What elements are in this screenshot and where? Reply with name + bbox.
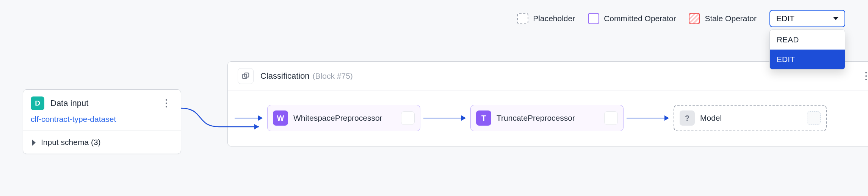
mode-option-edit[interactable]: EDIT	[770, 50, 845, 69]
node-truncate-preprocessor[interactable]: T TruncatePreprocessor	[470, 105, 624, 131]
legend-placeholder-label: Placeholder	[533, 14, 575, 23]
caret-down-icon	[833, 17, 838, 20]
data-input-icon: D	[31, 96, 44, 110]
data-input-dataset-link[interactable]: clf-contract-type-dataset	[31, 115, 116, 123]
block-menu-button[interactable]	[859, 69, 868, 83]
mode-dropdown-selected: EDIT	[776, 14, 794, 23]
data-input-card: D Data input clf-contract-type-dataset I…	[23, 89, 181, 154]
legend-committed-label: Committed Operator	[604, 14, 676, 23]
placeholder-swatch-icon	[517, 13, 528, 24]
arrow-head-icon	[461, 115, 466, 121]
node-icon: W	[273, 110, 288, 126]
stale-swatch-icon	[689, 13, 700, 24]
legend-committed: Committed Operator	[588, 13, 676, 24]
node-label: TruncatePreprocessor	[497, 114, 599, 123]
data-input-dataset[interactable]: clf-contract-type-dataset	[23, 113, 181, 131]
node-whitespace-preprocessor[interactable]: W WhitespacePreprocessor	[267, 105, 420, 131]
block-type-icon	[238, 68, 254, 84]
data-input-title: Data input	[50, 98, 160, 108]
arrow-head-icon	[664, 115, 669, 121]
data-input-schema-label: Input schema (3)	[41, 138, 101, 147]
arrow-head-icon	[258, 115, 263, 121]
legend-stale-label: Stale Operator	[705, 14, 757, 23]
committed-swatch-icon	[588, 13, 599, 24]
mode-dropdown-menu: READ EDIT	[769, 30, 845, 70]
mode-dropdown-trigger[interactable]: EDIT	[769, 10, 845, 27]
node-menu-button[interactable]	[807, 111, 821, 125]
data-input-schema-toggle[interactable]: Input schema (3)	[23, 131, 181, 154]
data-input-header: D Data input	[23, 90, 181, 113]
node-icon: ?	[680, 110, 695, 126]
node-model-placeholder[interactable]: ? Model	[674, 105, 827, 131]
mode-dropdown[interactable]: EDIT READ EDIT	[769, 10, 845, 27]
data-input-menu-button[interactable]	[160, 96, 173, 110]
node-menu-button[interactable]	[401, 111, 415, 125]
block-title: Classification	[260, 71, 310, 81]
chevron-right-icon	[32, 140, 36, 146]
node-menu-button[interactable]	[604, 111, 618, 125]
connector-data-to-block	[181, 100, 257, 149]
legend-bar: Placeholder Committed Operator Stale Ope…	[0, 10, 845, 27]
mode-option-read[interactable]: READ	[770, 30, 845, 50]
legend-stale: Stale Operator	[689, 13, 757, 24]
node-label: WhitespacePreprocessor	[293, 114, 396, 123]
arrow-line	[627, 118, 664, 118]
node-icon: T	[476, 110, 491, 126]
node-label: Model	[700, 114, 802, 123]
nodes-row: W WhitespacePreprocessor T TruncatePrepr…	[228, 90, 868, 146]
block-subtitle: (Block #75)	[313, 72, 353, 81]
legend-placeholder: Placeholder	[517, 13, 575, 24]
classification-block: Classification (Block #75) W WhitespaceP…	[227, 61, 868, 146]
arrow-line	[423, 118, 461, 118]
